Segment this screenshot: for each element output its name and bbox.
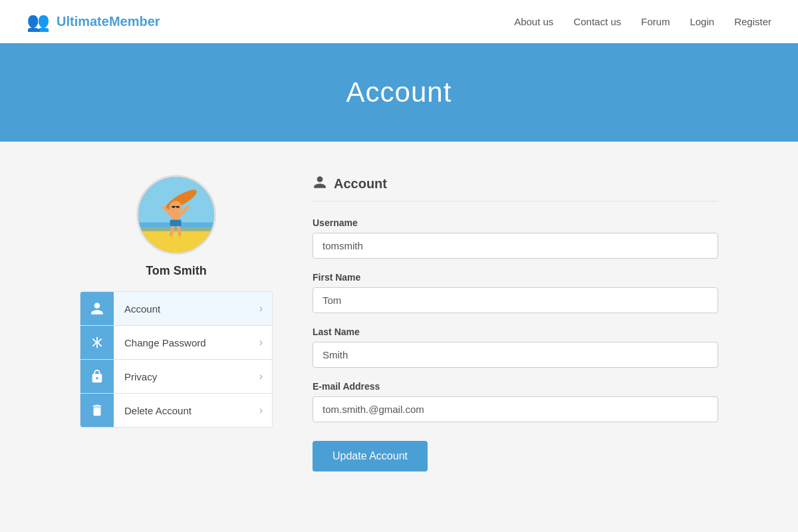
- account-form: Account Username First Name Last Name E-…: [313, 175, 718, 471]
- privacy-label: Privacy: [114, 371, 259, 382]
- svg-line-12: [178, 225, 180, 235]
- username-input[interactable]: [313, 233, 718, 259]
- brand-link[interactable]: 👥 UltimateMember: [27, 11, 160, 33]
- privacy-arrow: ›: [259, 370, 272, 382]
- account-icon: [80, 292, 114, 325]
- delete-account-arrow: ›: [259, 404, 272, 416]
- last-name-label: Last Name: [313, 327, 718, 337]
- form-section-icon: [313, 175, 327, 193]
- last-name-group: Last Name: [313, 327, 718, 368]
- form-section-title: Account: [313, 175, 718, 201]
- change-password-label: Change Password: [114, 337, 259, 348]
- delete-account-label: Delete Account: [114, 405, 259, 416]
- avatar-container: Tom Smith: [80, 175, 273, 278]
- nav-contact[interactable]: Contact us: [573, 16, 621, 27]
- username-group: Username: [313, 217, 718, 259]
- svg-rect-1: [138, 227, 214, 253]
- account-arrow: ›: [259, 303, 272, 315]
- nav-forum[interactable]: Forum: [641, 16, 670, 27]
- brand-name: UltimateMember: [57, 14, 160, 29]
- page-title: Account: [13, 76, 785, 108]
- hero-banner: Account: [0, 43, 798, 142]
- delete-account-icon: [80, 394, 114, 427]
- nav-list: About us Contact us Forum Login Register: [514, 16, 771, 28]
- email-input[interactable]: [313, 396, 718, 422]
- sidebar-item-account[interactable]: Account ›: [80, 292, 272, 326]
- svg-line-11: [171, 225, 173, 235]
- nav-register[interactable]: Register: [734, 16, 771, 27]
- nav-about[interactable]: About us: [514, 16, 553, 27]
- navbar: 👥 UltimateMember About us Contact us For…: [0, 0, 798, 43]
- first-name-input[interactable]: [313, 287, 718, 313]
- main-content: Tom Smith Account › Change Password ›: [66, 175, 732, 471]
- first-name-group: First Name: [313, 272, 718, 313]
- sidebar-item-privacy[interactable]: Privacy ›: [80, 360, 272, 394]
- svg-rect-6: [172, 206, 175, 208]
- username-label: Username: [313, 217, 718, 228]
- email-group: E-mail Address: [313, 381, 718, 422]
- email-label: E-mail Address: [313, 381, 718, 392]
- privacy-icon: [80, 360, 114, 393]
- sidebar-item-delete-account[interactable]: Delete Account ›: [80, 394, 272, 427]
- update-account-button[interactable]: Update Account: [313, 441, 428, 471]
- svg-rect-13: [170, 220, 182, 227]
- logo-icon: 👥: [27, 11, 50, 33]
- account-label: Account: [114, 303, 259, 315]
- nav-login[interactable]: Login: [690, 16, 714, 27]
- svg-rect-7: [176, 206, 180, 208]
- change-password-icon: [80, 326, 114, 359]
- first-name-label: First Name: [313, 272, 718, 283]
- sidebar-menu: Account › Change Password › Privacy ›: [80, 291, 273, 428]
- last-name-input[interactable]: [313, 342, 718, 368]
- sidebar: Tom Smith Account › Change Password ›: [80, 175, 273, 428]
- sidebar-item-change-password[interactable]: Change Password ›: [80, 326, 272, 360]
- user-name: Tom Smith: [80, 264, 273, 278]
- avatar: [136, 175, 216, 255]
- change-password-arrow: ›: [259, 336, 272, 348]
- form-title-text: Account: [334, 176, 387, 192]
- svg-point-5: [170, 201, 182, 213]
